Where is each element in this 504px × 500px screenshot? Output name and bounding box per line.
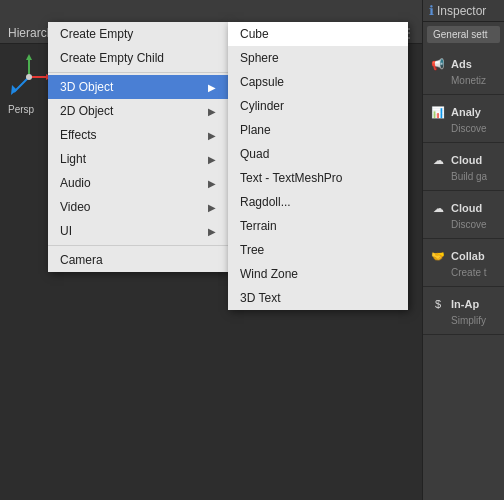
inspector-panel: ℹ Inspector General sett 📢 Ads Monetiz 📊… xyxy=(422,0,504,500)
service-cloud-build[interactable]: ☁ Cloud Build ga xyxy=(423,143,504,191)
submenu-arrow-ui: ▶ xyxy=(208,226,216,237)
cloud-icon: ☁ xyxy=(429,199,447,217)
submenu-arrow-effects: ▶ xyxy=(208,130,216,141)
iap-desc: Simplify xyxy=(451,315,498,326)
perspective-label: Persp xyxy=(8,104,34,115)
cloud-desc: Discove xyxy=(451,219,498,230)
submenu-item-3d-text[interactable]: 3D Text xyxy=(228,286,408,310)
collab-desc: Create t xyxy=(451,267,498,278)
submenu-item-textmeshpro[interactable]: Text - TextMeshPro xyxy=(228,166,408,190)
inspector-title: ℹ Inspector xyxy=(423,0,504,22)
info-icon: ℹ xyxy=(429,3,434,18)
service-ads[interactable]: 📢 Ads Monetiz xyxy=(423,47,504,95)
submenu-arrow-2d: ▶ xyxy=(208,106,216,117)
submenu-arrow-3d: ▶ xyxy=(208,82,216,93)
analytics-title: Analy xyxy=(451,106,481,118)
iap-title: In-Ap xyxy=(451,298,479,310)
menu-item-create-empty[interactable]: Create Empty xyxy=(48,22,228,46)
submenu-item-cylinder[interactable]: Cylinder xyxy=(228,94,408,118)
submenu-arrow-audio: ▶ xyxy=(208,178,216,189)
svg-marker-1 xyxy=(26,54,32,60)
svg-marker-5 xyxy=(11,85,17,95)
cloud-build-title: Cloud xyxy=(451,154,482,166)
menu-item-create-empty-child[interactable]: Create Empty Child xyxy=(48,46,228,70)
submenu-item-plane[interactable]: Plane xyxy=(228,118,408,142)
ads-icon: 📢 xyxy=(429,55,447,73)
submenu-item-sphere[interactable]: Sphere xyxy=(228,46,408,70)
svg-point-6 xyxy=(26,74,32,80)
submenu-item-tree[interactable]: Tree xyxy=(228,238,408,262)
cloud-build-icon: ☁ xyxy=(429,151,447,169)
submenu-item-cube[interactable]: Cube xyxy=(228,22,408,46)
menu-item-light-label: Light xyxy=(60,152,86,166)
service-collab[interactable]: 🤝 Collab Create t xyxy=(423,239,504,287)
submenu-item-ragdoll[interactable]: Ragdoll... xyxy=(228,190,408,214)
menu-item-ui[interactable]: UI ▶ xyxy=(48,219,228,243)
menu-item-3d-object[interactable]: 3D Object ▶ xyxy=(48,75,228,99)
inspector-label: Inspector xyxy=(437,4,486,18)
menu-item-video[interactable]: Video ▶ xyxy=(48,195,228,219)
submenu-item-terrain[interactable]: Terrain xyxy=(228,214,408,238)
service-cloud[interactable]: ☁ Cloud Discove xyxy=(423,191,504,239)
service-iap[interactable]: $ In-Ap Simplify xyxy=(423,287,504,335)
general-settings-button[interactable]: General sett xyxy=(427,26,500,43)
collab-title: Collab xyxy=(451,250,485,262)
ads-desc: Monetiz xyxy=(451,75,498,86)
menu-item-audio[interactable]: Audio ▶ xyxy=(48,171,228,195)
iap-icon: $ xyxy=(429,295,447,313)
collab-icon: 🤝 xyxy=(429,247,447,265)
ads-title: Ads xyxy=(451,58,472,70)
menu-divider-2 xyxy=(48,245,228,246)
cloud-title: Cloud xyxy=(451,202,482,214)
submenu-item-wind-zone[interactable]: Wind Zone xyxy=(228,262,408,286)
cloud-build-desc: Build ga xyxy=(451,171,498,182)
service-analytics[interactable]: 📊 Analy Discove xyxy=(423,95,504,143)
menu-divider-1 xyxy=(48,72,228,73)
menu-item-2d-object-label: 2D Object xyxy=(60,104,113,118)
menu-item-camera-label: Camera xyxy=(60,253,103,267)
submenu-3d-object: Cube Sphere Capsule Cylinder Plane Quad … xyxy=(228,22,408,310)
submenu-item-capsule[interactable]: Capsule xyxy=(228,70,408,94)
menu-item-effects[interactable]: Effects ▶ xyxy=(48,123,228,147)
analytics-icon: 📊 xyxy=(429,103,447,121)
menu-item-light[interactable]: Light ▶ xyxy=(48,147,228,171)
menu-item-audio-label: Audio xyxy=(60,176,91,190)
menu-item-video-label: Video xyxy=(60,200,90,214)
create-menu: Create Empty Create Empty Child 3D Objec… xyxy=(48,22,228,272)
menu-item-create-empty-child-label: Create Empty Child xyxy=(60,51,164,65)
menu-item-ui-label: UI xyxy=(60,224,72,238)
menu-item-create-empty-label: Create Empty xyxy=(60,27,133,41)
submenu-item-quad[interactable]: Quad xyxy=(228,142,408,166)
analytics-desc: Discove xyxy=(451,123,498,134)
menu-item-2d-object[interactable]: 2D Object ▶ xyxy=(48,99,228,123)
submenu-arrow-light: ▶ xyxy=(208,154,216,165)
menu-item-3d-object-label: 3D Object xyxy=(60,80,113,94)
submenu-arrow-video: ▶ xyxy=(208,202,216,213)
menu-item-effects-label: Effects xyxy=(60,128,96,142)
scene-gizmo xyxy=(4,52,54,102)
menu-item-camera[interactable]: Camera xyxy=(48,248,228,272)
